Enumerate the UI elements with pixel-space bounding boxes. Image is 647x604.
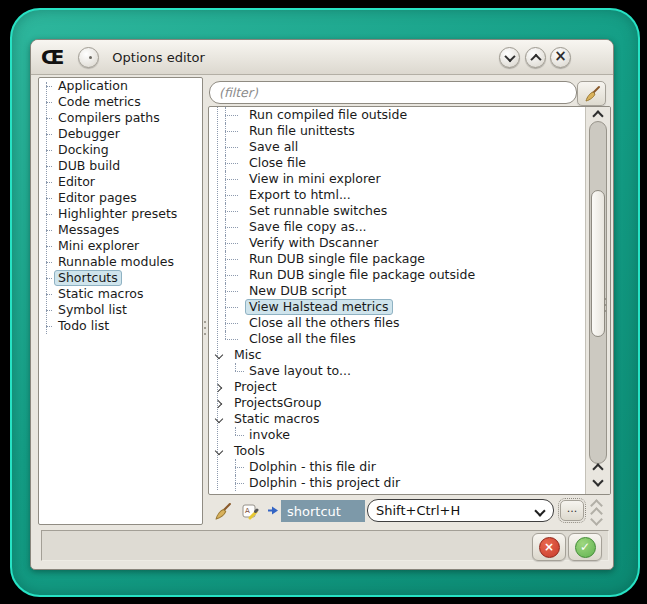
pin-dot-icon [89,56,92,59]
tree-item[interactable]: Run DUB single file package [209,251,610,267]
shortcut-value-combobox[interactable]: Shift+Ctrl+H [367,499,554,522]
expander-icon[interactable] [214,384,222,392]
sidebar-item[interactable]: Editor pages [39,190,202,206]
sidebar-item[interactable]: Todo list [39,318,202,334]
app-icon: Œ [41,40,64,74]
tree-item[interactable]: Project [209,379,610,395]
tree-item[interactable]: Run DUB single file package outside [209,267,610,283]
sidebar-item-label: Editor pages [54,190,141,206]
chevron-up-icon [530,53,541,64]
tree-item[interactable]: New DUB script [209,283,610,299]
tree-item[interactable]: Close all the others files [209,315,610,331]
sidebar-item[interactable]: Application [39,78,202,94]
titlebar[interactable]: Œ Options editor × [31,40,613,75]
minimize-button[interactable] [499,47,520,68]
tree-item-label: View in mini explorer [245,171,385,187]
tree-item-label: Close file [245,155,310,171]
cancel-x-icon: × [539,537,560,558]
scrollbar-thumb[interactable] [591,190,605,337]
tree-item[interactable]: View Halstead metrics [209,299,610,315]
sidebar-item-label: Todo list [54,318,113,334]
tree-item-label: New DUB script [245,283,350,299]
scrollbar-track[interactable] [589,121,607,464]
filter-input[interactable] [209,81,577,104]
sidebar-item[interactable]: Static macros [39,286,202,302]
edit-shortcut-button[interactable]: A [239,500,261,522]
shortcut-value: Shift+Ctrl+H [376,503,460,518]
tree-item-label: Verify with Dscanner [245,235,382,251]
tree-item-label: Project [230,379,281,395]
selected-row-arrow-icon [267,505,279,516]
sidebar-item[interactable]: Shortcuts [39,270,202,286]
tree-item-label: Tools [230,443,269,459]
tree-item[interactable]: Close all the files [209,331,610,347]
sidebar-item[interactable]: DUB build [39,158,202,174]
tree-item-label: Save all [245,139,302,155]
tree-item[interactable]: Set runnable switches [209,203,610,219]
sidebar-item[interactable]: Runnable modules [39,254,202,270]
tree-item[interactable]: Run file unittests [209,123,610,139]
tree-item-label: Run DUB single file package outside [245,267,479,283]
sidebar-item[interactable]: Highlighter presets [39,206,202,222]
accept-button[interactable]: ✓ [568,533,602,561]
sidebar-item[interactable]: Docking [39,142,202,158]
tree-item[interactable]: Save all [209,139,610,155]
tree-item-label: Dolphin - this project dir [245,475,404,491]
pin-button[interactable] [78,47,99,68]
tree-item[interactable]: View in mini explorer [209,171,610,187]
cancel-button[interactable]: × [532,533,566,561]
tree-item[interactable]: ProjectsGroup [209,395,610,411]
sidebar-item[interactable]: Debugger [39,126,202,142]
sidebar-item[interactable]: Symbol list [39,302,202,318]
tree-item-label: Run compiled file outside [245,107,411,123]
sidebar-item[interactable]: Code metrics [39,94,202,110]
close-button[interactable]: × [550,47,571,68]
chevron-down-icon [534,505,545,516]
sidebar-item[interactable]: Editor [39,174,202,190]
scroll-up-icon[interactable] [592,110,603,121]
scroll-up-icon[interactable] [592,463,603,474]
expander-icon[interactable] [215,415,223,423]
expander-icon[interactable] [215,351,223,359]
property-name-cell[interactable]: shortcut [281,500,365,522]
tree-item[interactable]: Static macros [209,411,610,427]
more-options-button[interactable]: ... [560,500,584,521]
sidebar-item-label: DUB build [54,158,124,174]
tree-item-label: Export to html... [245,187,355,203]
scroll-down-icon[interactable] [592,475,603,486]
tree-item[interactable]: Run compiled file outside [209,107,610,123]
sidebar-item-label: Compilers paths [54,110,164,126]
edge-grip[interactable] [604,298,608,314]
tree-item-label: Misc [230,347,266,363]
tree-item-label: invoke [245,427,294,443]
reset-shortcut-button[interactable] [211,500,233,522]
sidebar-item-label: Debugger [54,126,124,142]
expander-icon[interactable] [214,400,222,408]
tree-item[interactable]: Export to html... [209,187,610,203]
sidebar-item[interactable]: Mini explorer [39,238,202,254]
tree-item[interactable]: invoke [209,427,610,443]
property-editor: A shortcut Shift+Ctrl+H ... [208,497,609,525]
sidebar-item[interactable]: Compilers paths [39,110,202,126]
tree-item[interactable]: Save layout to... [209,363,610,379]
tree-item-label: ProjectsGroup [230,395,325,411]
tree-item[interactable]: Dolphin - this project dir [209,475,610,491]
sidebar-item[interactable]: Messages [39,222,202,238]
maximize-button[interactable] [525,47,546,68]
tree-item-label: Save layout to... [245,363,355,379]
tree-item[interactable]: Close file [209,155,610,171]
tree-item[interactable]: Misc [209,347,610,363]
clear-filter-button[interactable] [577,81,606,106]
window-title: Options editor [112,50,205,65]
sidebar-item-label: Code metrics [54,94,145,110]
sidebar-item-label: Shortcuts [54,270,122,286]
expander-icon[interactable] [215,447,223,455]
tree-item[interactable]: Save file copy as... [209,219,610,235]
sidebar-item-label: Application [54,78,132,94]
panel-splitter[interactable] [201,77,208,523]
tree-item[interactable]: Tools [209,443,610,459]
tree-item[interactable]: Verify with Dscanner [209,235,610,251]
shortcuts-tree: Run compiled file outside Run file unitt… [208,106,611,495]
category-list: Application Code metrics Compilers paths… [38,77,203,525]
tree-item[interactable]: Dolphin - this file dir [209,459,610,475]
